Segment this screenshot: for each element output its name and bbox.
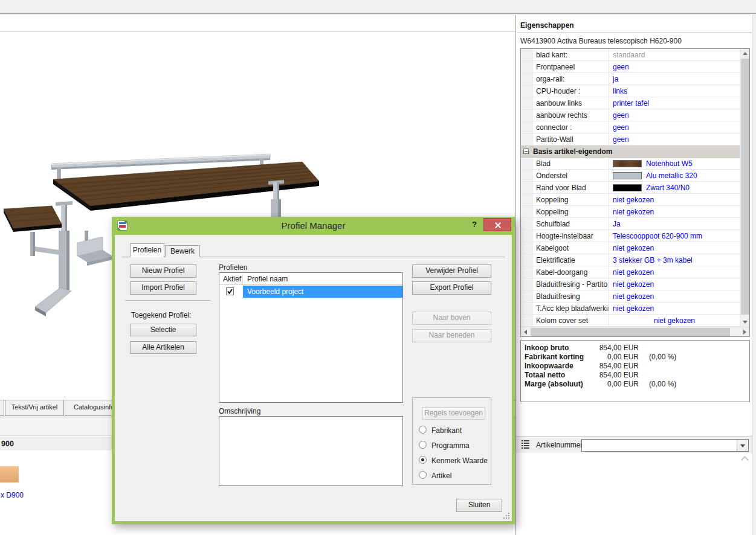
property-label: Onderstel (534, 170, 609, 181)
property-value[interactable]: Telescooppoot 620-900 mm (609, 230, 740, 242)
dialog-tab-profielen[interactable]: Profielen (130, 243, 164, 257)
property-label: Kolom cover set (534, 315, 609, 326)
property-value[interactable]: 3 stekker GB + 3m kabel (609, 254, 740, 266)
top-toolbar (0, 0, 756, 14)
property-value[interactable]: geen (609, 121, 740, 133)
blad-color-swatch (613, 160, 642, 167)
property-label: Kabelgoot (534, 242, 609, 254)
naar-boven-button[interactable]: Naar boven (412, 312, 491, 325)
radio-label[interactable]: Fabrikant (431, 426, 462, 435)
price-panel: Inkoop bruto854,00 EUR Fabrikant korting… (520, 340, 750, 402)
property-value[interactable]: Notenhout W5 (609, 158, 740, 169)
property-value[interactable]: niet gekozen (609, 266, 740, 278)
section-title: Basis artikel-eigendom (533, 147, 612, 156)
omschrijving-textarea[interactable] (219, 416, 403, 486)
nieuw-profiel-button[interactable]: Nieuw Profiel (130, 264, 196, 278)
catalog-product-link[interactable]: x D900 (1, 491, 24, 499)
property-grid-hscrollbar[interactable] (521, 327, 749, 336)
catalog-product-swatch[interactable] (0, 466, 19, 482)
tab-stub-partial[interactable] (0, 400, 4, 416)
price-pct: (0,00 %) (649, 353, 676, 361)
left-column-separator (125, 300, 210, 301)
property-value[interactable]: niet gekozen (609, 278, 740, 290)
scroll-up-chevron-icon[interactable] (741, 456, 749, 464)
property-value[interactable]: Ja (609, 218, 740, 229)
scroll-up-icon[interactable] (743, 52, 748, 55)
window-right-gutter (752, 15, 756, 535)
resize-grip-icon[interactable] (503, 512, 510, 519)
property-value[interactable]: printer tafel (609, 97, 740, 109)
radio-fabrikant[interactable] (419, 426, 427, 434)
property-value[interactable]: geen (609, 109, 740, 121)
scroll-down-icon[interactable] (743, 321, 748, 324)
tab-label: Profielen (133, 246, 161, 254)
hscroll-thumb[interactable] (531, 328, 730, 336)
properties-title-rule (517, 33, 752, 33)
article-number-label: Artikelnummer: (536, 441, 585, 449)
toolbar-edge-line (0, 14, 756, 15)
regels-groupbox: Regels toevoegen Fabrikant Programma Ken… (412, 397, 491, 485)
chevron-down-icon (740, 444, 745, 447)
naar-beneden-button[interactable]: Naar beneden (412, 329, 491, 342)
property-label: Frontpaneel (534, 61, 609, 72)
property-label: aanbouw links (534, 97, 609, 109)
price-label: Inkoop bruto (525, 344, 569, 352)
property-value[interactable]: geen (609, 133, 740, 145)
tab-tekst-vrij-artikel[interactable]: Tekst/Vrij artikel (5, 400, 64, 416)
property-value[interactable]: niet gekozen (609, 206, 740, 217)
dialog-help-button[interactable]: ? (468, 220, 480, 232)
dialog-close-button[interactable] (483, 218, 511, 231)
profielen-listbox[interactable]: Aktief Profiel naam Voorbeeld project (219, 272, 403, 403)
radio-label[interactable]: Programma (431, 441, 470, 450)
property-grid-vscrollbar[interactable] (740, 49, 749, 327)
dialog-titlebar[interactable]: Profiel Manager ? (112, 217, 515, 235)
radio-label[interactable]: Kenmerk Waarde (431, 457, 488, 465)
regels-toevoegen-button[interactable]: Regels toevoegen (422, 407, 485, 420)
vscroll-thumb[interactable] (741, 59, 749, 315)
property-value[interactable]: niet gekozen (609, 315, 740, 326)
property-value[interactable]: niet gekozen (609, 194, 740, 205)
list-header: Aktief Profiel naam (219, 273, 402, 285)
import-profiel-button[interactable]: Import Profiel (130, 281, 196, 295)
article-number-combobox[interactable] (581, 439, 749, 452)
property-value[interactable]: Alu metallic 320 (609, 170, 740, 181)
property-label: Blad (534, 158, 609, 169)
verwijder-profiel-button[interactable]: Verwijder Profiel (412, 264, 491, 278)
property-value[interactable]: ja (609, 73, 740, 85)
property-value[interactable]: niet gekozen (609, 290, 740, 302)
property-value[interactable]: niet gekozen (609, 303, 740, 314)
property-value[interactable]: niet gekozen (609, 242, 740, 254)
alle-artikelen-button[interactable]: Alle Artikelen (130, 341, 196, 354)
property-label: Rand voor Blad (534, 182, 609, 193)
panel-splitter[interactable] (515, 15, 516, 535)
dialog-tab-bewerk[interactable]: Bewerk (165, 245, 200, 257)
combobox-dropdown-button[interactable] (737, 440, 748, 451)
tab-label: Bewerk (170, 247, 195, 255)
column-header-aktief[interactable]: Aktief (223, 275, 241, 283)
radio-label[interactable]: Artikel (431, 472, 451, 480)
scroll-left-icon[interactable] (524, 330, 527, 335)
profile-name: Voorbeeld project (247, 287, 303, 296)
property-value[interactable]: links (609, 85, 740, 97)
property-value[interactable]: Zwart 340/N0 (609, 182, 740, 193)
property-label: Elektrificatie (534, 254, 609, 266)
property-value[interactable]: geen (609, 61, 740, 72)
property-label: Koppeling (534, 194, 609, 205)
radio-artikel[interactable] (419, 471, 427, 479)
radio-programma[interactable] (419, 441, 427, 449)
property-label: Koppeling (534, 206, 609, 217)
toegekend-profiel-label: Toegekend Profiel: (131, 311, 191, 319)
profile-list-row[interactable]: Voorbeeld project (219, 286, 402, 298)
aktief-checkbox[interactable] (226, 287, 234, 295)
radio-kenmerk-waarde[interactable] (419, 456, 427, 464)
profiel-manager-dialog: Profiel Manager ? Profielen Bewerk Nieuw… (112, 217, 515, 524)
export-profiel-button[interactable]: Export Profiel (412, 281, 491, 295)
scroll-right-icon[interactable] (743, 330, 746, 335)
sluiten-button[interactable]: Sluiten (456, 499, 502, 512)
collapse-minus-icon[interactable] (523, 149, 529, 154)
selected-row-highlight[interactable]: Voorbeeld project (243, 286, 402, 298)
property-value[interactable]: standaard (609, 49, 740, 60)
selectie-button[interactable]: Selectie (130, 324, 196, 336)
property-label: Bladuitfresing (534, 290, 609, 302)
column-header-profiel-naam[interactable]: Profiel naam (247, 275, 288, 283)
